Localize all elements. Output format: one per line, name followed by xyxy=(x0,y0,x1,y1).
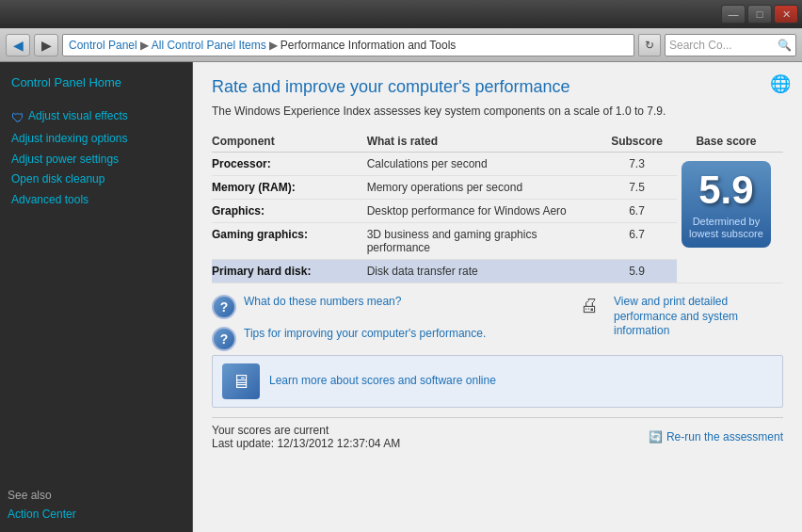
see-also-label: See also xyxy=(8,489,184,502)
tips-link[interactable]: Tips for improving your computer's perfo… xyxy=(244,327,486,342)
subscore-gaming: 6.7 xyxy=(604,223,677,260)
tips-link-item: ? Tips for improving your computer's per… xyxy=(212,327,565,351)
subscore-graphics: 6.7 xyxy=(604,200,677,223)
col-basescore: Base score xyxy=(677,131,783,153)
print-link-item: 🖨 View and print detailed performance an… xyxy=(580,295,783,339)
main-layout: Control Panel Home 🛡 Adjust visual effec… xyxy=(0,62,802,532)
component-processor: Processor: xyxy=(212,153,367,176)
sidebar-item-indexing[interactable]: Adjust indexing options xyxy=(8,129,184,150)
action-center-link[interactable]: Action Center xyxy=(8,508,184,521)
rerun-label: Re-run the assessment xyxy=(666,430,783,443)
search-placeholder: Search Co... xyxy=(669,39,732,52)
forward-button[interactable]: ▶ xyxy=(34,34,58,56)
address-bar: ◀ ▶ Control Panel ▶ All Control Panel It… xyxy=(0,28,802,62)
col-component: Component xyxy=(212,131,367,153)
globe-icon: 🌐 xyxy=(770,73,789,92)
col-subscore: Subscore xyxy=(604,131,677,153)
breadcrumb-control-panel[interactable]: Control Panel xyxy=(69,39,137,52)
links-row: ? What do these numbers mean? ? Tips for… xyxy=(212,295,783,351)
base-score-cell: 5.9 Determined by lowest subscore xyxy=(677,153,783,283)
sidebar-home[interactable]: Control Panel Home xyxy=(8,73,184,91)
left-links: ? What do these numbers mean? ? Tips for… xyxy=(212,295,565,351)
rated-processor: Calculations per second xyxy=(367,153,604,176)
rated-gaming: 3D business and gaming graphics performa… xyxy=(367,223,604,260)
printer-icon: 🖨 xyxy=(580,295,606,319)
component-memory: Memory (RAM): xyxy=(212,176,367,200)
refresh-button[interactable]: ↻ xyxy=(638,34,661,56)
tip-icon: ? xyxy=(212,327,236,351)
page-title: Rate and improve your computer's perform… xyxy=(212,77,783,97)
footer: Your scores are current Last update: 12/… xyxy=(212,417,783,450)
breadcrumb-sep-2: ▶ xyxy=(269,39,278,52)
subscore-harddisk: 5.9 xyxy=(604,260,677,283)
component-graphics: Graphics: xyxy=(212,200,367,223)
sidebar-item-advanced-tools[interactable]: Advanced tools xyxy=(8,190,184,211)
score-label: Determined by lowest subscore xyxy=(689,216,763,240)
subscore-memory: 7.5 xyxy=(604,176,677,200)
sidebar-item-label: Advanced tools xyxy=(11,193,88,208)
sidebar-item-power[interactable]: Adjust power settings xyxy=(8,150,184,170)
sidebar: Control Panel Home 🛡 Adjust visual effec… xyxy=(0,62,193,532)
scores-status: Your scores are current xyxy=(212,424,400,437)
breadcrumb-all-items[interactable]: All Control Panel Items xyxy=(152,39,266,52)
sidebar-item-label: Adjust indexing options xyxy=(11,132,127,147)
component-gaming: Gaming graphics: xyxy=(212,223,367,260)
sidebar-item-label: Open disk cleanup xyxy=(11,172,104,187)
shield-icon: 🛡 xyxy=(11,109,24,126)
sidebar-spacer xyxy=(8,211,184,489)
col-rated: What is rated xyxy=(367,131,604,153)
footer-right: 🔄 Re-run the assessment xyxy=(649,430,783,443)
close-button[interactable]: ✕ xyxy=(774,5,798,24)
rerun-assessment-button[interactable]: 🔄 Re-run the assessment xyxy=(649,430,783,443)
maximize-button[interactable]: □ xyxy=(747,5,772,24)
rated-graphics: Desktop performance for Windows Aero xyxy=(367,200,604,223)
sidebar-item-visual-effects[interactable]: 🛡 Adjust visual effects xyxy=(8,106,184,129)
sidebar-item-label: Adjust visual effects xyxy=(28,109,128,124)
minimize-button[interactable]: — xyxy=(721,5,746,24)
sidebar-item-disk-cleanup[interactable]: Open disk cleanup xyxy=(8,169,184,190)
print-link[interactable]: View and print detailed performance and … xyxy=(614,295,783,339)
learn-box-icon: 🖥 xyxy=(222,363,260,399)
title-bar-buttons: — □ ✕ xyxy=(721,5,798,24)
table-row: Processor: Calculations per second 7.3 5… xyxy=(212,153,783,176)
search-bar[interactable]: Search Co... 🔍 xyxy=(665,34,796,56)
learn-more-link[interactable]: Learn more about scores and software onl… xyxy=(269,374,496,389)
rated-harddisk: Disk data transfer rate xyxy=(367,260,604,283)
score-number: 5.9 xyxy=(689,170,763,210)
component-harddisk: Primary hard disk: xyxy=(212,260,367,283)
score-table: Component What is rated Subscore Base sc… xyxy=(212,131,783,283)
rated-memory: Memory operations per second xyxy=(367,176,604,200)
what-numbers-link[interactable]: What do these numbers mean? xyxy=(244,295,401,310)
content-area: 🌐 Rate and improve your computer's perfo… xyxy=(193,62,802,532)
back-button[interactable]: ◀ xyxy=(6,34,30,56)
page-description: The Windows Experience Index assesses ke… xyxy=(212,105,783,118)
breadcrumb-current: Performance Information and Tools xyxy=(281,39,457,52)
rerun-icon: 🔄 xyxy=(649,430,663,443)
breadcrumb: Control Panel ▶ All Control Panel Items … xyxy=(62,34,634,56)
subscore-processor: 7.3 xyxy=(604,153,677,176)
footer-left: Your scores are current Last update: 12/… xyxy=(212,424,400,450)
sidebar-item-label: Adjust power settings xyxy=(11,153,119,168)
breadcrumb-sep-1: ▶ xyxy=(140,39,149,52)
score-badge: 5.9 Determined by lowest subscore xyxy=(682,161,771,248)
info-icon: ? xyxy=(212,295,236,319)
what-numbers-link-item: ? What do these numbers mean? xyxy=(212,295,565,319)
last-update: Last update: 12/13/2012 12:37:04 AM xyxy=(212,437,400,450)
learn-more-box: 🖥 Learn more about scores and software o… xyxy=(212,355,783,408)
title-bar: — □ ✕ xyxy=(0,0,802,28)
search-icon[interactable]: 🔍 xyxy=(778,39,792,52)
